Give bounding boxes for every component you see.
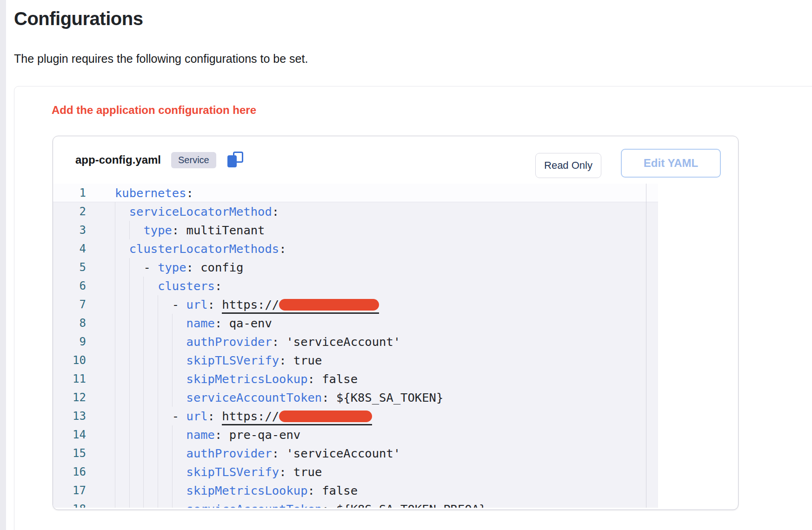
line-number: 2 xyxy=(53,202,86,221)
redacted-url: https:// xyxy=(222,298,379,314)
editor-scrollbar[interactable] xyxy=(646,184,646,508)
copy-icon[interactable] xyxy=(226,152,243,168)
line-number: 4 xyxy=(53,239,86,258)
code-text: authProvider: 'serviceAccount' xyxy=(115,332,400,351)
code-line: 11 skipMetricsLookup: false xyxy=(53,370,658,388)
code-line: 1kubernetes: xyxy=(53,184,658,202)
redaction-blob xyxy=(279,299,379,311)
code-text: clusterLocatorMethods: xyxy=(115,239,286,258)
line-number: 18 xyxy=(53,500,86,508)
code-line: 2 serviceLocatorMethod: xyxy=(53,202,658,221)
yaml-editor-panel: app-config.yaml Service Read Only Edit Y… xyxy=(53,136,739,510)
line-number: 16 xyxy=(53,463,86,481)
code-text: kubernetes: xyxy=(115,184,193,202)
line-number: 14 xyxy=(53,425,86,444)
code-line: 16 skipTLSVerify: true xyxy=(53,463,658,481)
code-text: serviceAccountToken: ${K8S_SA_TOKEN_PREQ… xyxy=(115,500,486,508)
code-text: - type: config xyxy=(115,258,243,277)
code-line: 17 skipMetricsLookup: false xyxy=(53,481,658,500)
edit-yaml-button[interactable]: Edit YAML xyxy=(621,149,721,178)
page-title: Configurations xyxy=(14,8,143,29)
page-left-gutter xyxy=(0,0,6,530)
page-subtitle: The plugin requires the following config… xyxy=(14,52,308,66)
code-line: 12 serviceAccountToken: ${K8S_SA_TOKEN} xyxy=(53,388,658,407)
code-text: skipTLSVerify: true xyxy=(115,463,322,481)
code-line: 9 authProvider: 'serviceAccount' xyxy=(53,332,658,351)
code-line: 6 clusters: xyxy=(53,277,658,295)
code-text: skipMetricsLookup: false xyxy=(115,481,358,500)
code-line: 7 - url: https:// xyxy=(53,295,658,314)
code-text: skipMetricsLookup: false xyxy=(115,370,358,388)
line-number: 9 xyxy=(53,332,86,351)
line-number: 6 xyxy=(53,277,86,295)
line-number: 11 xyxy=(53,370,86,388)
line-number: 13 xyxy=(53,407,86,425)
code-line: 13 - url: https:// xyxy=(53,407,658,425)
line-number: 3 xyxy=(53,221,86,239)
code-text: clusters: xyxy=(115,277,222,295)
read-only-button[interactable]: Read Only xyxy=(535,153,601,178)
configuration-card: Add the application configuration here a… xyxy=(14,86,812,530)
code-line: 4 clusterLocatorMethods: xyxy=(53,239,658,258)
code-text: - url: https:// xyxy=(115,295,379,314)
line-number: 5 xyxy=(53,258,86,277)
code-text: - url: https:// xyxy=(115,407,372,425)
code-text: authProvider: 'serviceAccount' xyxy=(115,444,400,463)
line-number: 8 xyxy=(53,314,86,332)
service-badge: Service xyxy=(171,152,216,168)
code-text: serviceAccountToken: ${K8S_SA_TOKEN} xyxy=(115,388,443,407)
line-number: 17 xyxy=(53,481,86,500)
line-number: 15 xyxy=(53,444,86,463)
code-line: 14 name: pre-qa-env xyxy=(53,425,658,444)
copy-icon-front xyxy=(227,155,237,167)
code-text: serviceLocatorMethod: xyxy=(115,202,279,221)
line-number: 1 xyxy=(53,184,86,202)
code-line: 10 skipTLSVerify: true xyxy=(53,351,658,370)
line-number: 10 xyxy=(53,351,86,370)
code-line: 8 name: qa-env xyxy=(53,314,658,332)
code-line: 5 - type: config xyxy=(53,258,658,277)
code-text: type: multiTenant xyxy=(115,221,265,239)
code-line: 18 serviceAccountToken: ${K8S_SA_TOKEN_P… xyxy=(53,500,658,508)
code-text: skipTLSVerify: true xyxy=(115,351,322,370)
redacted-url: https:// xyxy=(222,410,372,425)
yaml-code-editor[interactable]: 1kubernetes:2 serviceLocatorMethod:3 typ… xyxy=(53,184,658,508)
editor-header-left: app-config.yaml Service xyxy=(75,136,243,184)
code-text: name: pre-qa-env xyxy=(115,425,300,444)
redaction-blob xyxy=(279,411,372,422)
editor-header: app-config.yaml Service Read Only Edit Y… xyxy=(53,136,738,184)
filename-label: app-config.yaml xyxy=(75,153,161,166)
line-number: 7 xyxy=(53,295,86,314)
code-line: 15 authProvider: 'serviceAccount' xyxy=(53,444,658,463)
code-line: 3 type: multiTenant xyxy=(53,221,658,239)
code-text: name: qa-env xyxy=(115,314,272,332)
instruction-label: Add the application configuration here xyxy=(52,104,256,117)
line-number: 12 xyxy=(53,388,86,407)
